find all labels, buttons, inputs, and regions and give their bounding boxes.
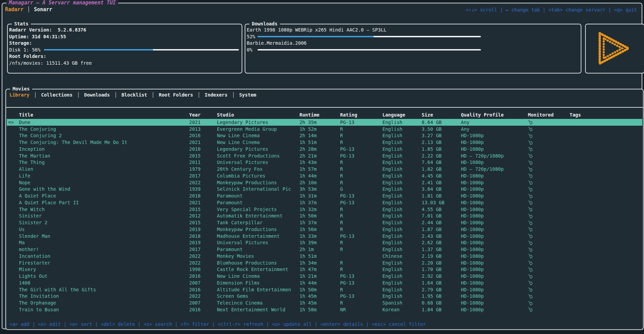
movies-tab-system[interactable]: System bbox=[239, 92, 257, 98]
table-row[interactable]: Lights Out2016New Line Cinema1h 21mPG-13… bbox=[7, 273, 642, 279]
movies-title: Movies bbox=[10, 86, 32, 92]
movies-tab-collections[interactable]: Collections bbox=[41, 92, 72, 98]
radarr-version-line: Radarr Version:5.2.6.8376 bbox=[8, 27, 242, 34]
cell-language: English bbox=[382, 133, 422, 138]
tab-separator: │ bbox=[197, 92, 200, 98]
cell-year: 2016 bbox=[189, 287, 217, 292]
cell-quality: HD-1080p bbox=[461, 253, 528, 259]
movies-tab-library[interactable]: Library bbox=[9, 92, 29, 98]
cell-runtime: 1h 37m bbox=[299, 200, 340, 205]
table-row[interactable]: The Witch2015Very Special Projects1h 32m… bbox=[7, 206, 642, 213]
table-row[interactable]: Incantation2022Monkey Movies1h 51mChines… bbox=[7, 253, 642, 259]
table-row[interactable]: The Conjuring 22016New Line Cinema2h 14m… bbox=[7, 132, 642, 139]
cell-language: English bbox=[382, 273, 422, 279]
cell-runtime: 1h 58m bbox=[299, 307, 340, 312]
cell-runtime: 1h 45m bbox=[299, 300, 340, 306]
cell-rating: R bbox=[340, 240, 382, 245]
cell-language: English bbox=[382, 140, 422, 145]
table-row[interactable]: Ma2019Universal Pictures1h 39mREnglish2.… bbox=[7, 239, 642, 246]
cell-runtime: 1h 39m bbox=[299, 240, 340, 245]
cell-monitored bbox=[528, 167, 570, 172]
cell-runtime: 1h 21m bbox=[299, 273, 340, 279]
table-row[interactable]: The Girl with All the Gifts2016Altitude … bbox=[7, 286, 642, 293]
movies-table[interactable]: =>Dune2021Legendary Pictures2h 35mPG-13E… bbox=[7, 119, 642, 313]
servarr-tab-sonarr[interactable]: Sonarr bbox=[34, 6, 52, 13]
monitored-tag-icon bbox=[528, 120, 533, 125]
movies-tab-indexers[interactable]: Indexers bbox=[205, 92, 227, 98]
table-row[interactable]: Alien197920th Century Fox1h 57mREnglish1… bbox=[7, 166, 642, 172]
monitored-tag-icon bbox=[528, 260, 533, 265]
table-row[interactable]: Us2019Monkeypaw Productions1h 56mREnglis… bbox=[7, 226, 642, 233]
managarr-play-logo-icon bbox=[595, 30, 635, 68]
cell-language: English bbox=[382, 166, 422, 172]
cell-monitored bbox=[528, 287, 570, 292]
table-row[interactable]: Firestarter2022Blumhouse Productions1h 3… bbox=[7, 259, 642, 266]
cell-size: 1.64 GB bbox=[422, 280, 461, 286]
cell-title: Life bbox=[19, 173, 189, 179]
cell-runtime: 3h 53m bbox=[299, 186, 340, 192]
cell-size: 2.13 GB bbox=[422, 140, 461, 145]
cell-language: English bbox=[382, 287, 422, 292]
row-selection-indicator: => bbox=[7, 120, 19, 125]
table-row[interactable]: =>Dune2021Legendary Pictures2h 35mPG-13E… bbox=[7, 119, 642, 126]
cell-quality: HD-1080p bbox=[461, 140, 528, 145]
table-row[interactable]: The Conjuring: The Devil Made Me Do It20… bbox=[7, 139, 642, 146]
movies-tab-downloads[interactable]: Downloads bbox=[84, 92, 110, 98]
cell-runtime: 1h 32m bbox=[299, 207, 340, 212]
table-row[interactable]: A Quiet Place Part II2021Paramount1h 37m… bbox=[7, 199, 642, 206]
table-row[interactable]: Nope2022Monkeypaw Productions2h 10mREngl… bbox=[7, 179, 642, 186]
table-row[interactable]: Inception2010Legendary Pictures2h 28mPG-… bbox=[7, 146, 642, 152]
cell-size: 1.82 GB bbox=[422, 166, 461, 172]
cell-language: English bbox=[382, 247, 422, 252]
cell-quality: HD-1080p bbox=[461, 267, 528, 272]
table-row[interactable]: Gone with the Wind1939Selznick Internati… bbox=[7, 186, 642, 193]
table-row[interactable]: Life2017Columbia Pictures1h 44mREnglish4… bbox=[7, 172, 642, 179]
table-row[interactable]: The Thing2011Universal Pictures1h 43mREn… bbox=[7, 159, 642, 166]
cell-studio: Paramount bbox=[217, 200, 299, 205]
monitored-tag-icon bbox=[528, 200, 533, 205]
table-row[interactable]: The Orphanage2007Telecinco Cinema1h 45mR… bbox=[7, 299, 642, 306]
cell-title: Misery bbox=[19, 267, 189, 272]
cell-language: English bbox=[382, 280, 422, 286]
monitored-tag-icon bbox=[528, 280, 533, 285]
cell-quality: HD-1080p bbox=[461, 146, 528, 152]
download-item-name: Barbie.Mermaidia.2006 bbox=[245, 40, 581, 47]
cell-studio: Legendary Pictures bbox=[217, 146, 299, 152]
tab-separator: │ bbox=[34, 92, 37, 98]
cell-studio: Legendary Pictures bbox=[217, 120, 299, 125]
cell-rating: PG-13 bbox=[340, 120, 382, 125]
cell-monitored bbox=[528, 300, 570, 306]
cell-language: English bbox=[382, 173, 422, 179]
monitored-tag-icon bbox=[528, 160, 533, 165]
cell-studio: Evergreen Media Group bbox=[217, 126, 299, 132]
table-row[interactable]: The Conjuring2013Evergreen Media Group1h… bbox=[7, 126, 642, 132]
cell-title: Nope bbox=[19, 180, 189, 185]
cell-size: 1.81 GB bbox=[422, 193, 461, 199]
cell-title: Gone with the Wind bbox=[19, 186, 189, 192]
cell-monitored bbox=[528, 146, 570, 151]
table-row[interactable]: Train to Busan2016Next Entertainment Wor… bbox=[7, 306, 642, 313]
cell-title: Sinister bbox=[19, 213, 189, 218]
cell-title: Firestarter bbox=[19, 260, 189, 266]
table-row[interactable]: Misery1990Castle Rock Entertainment1h 47… bbox=[7, 266, 642, 273]
table-row[interactable]: A Quiet Place2018Paramount1h 31mPG-13Eng… bbox=[7, 192, 642, 199]
cell-title: The Girl with All the Gifts bbox=[19, 287, 189, 292]
table-row[interactable]: mother!2017Paramount2h 1mREnglish1.37 GB… bbox=[7, 246, 642, 253]
uptime-line: Uptime:31d 04:31:55 bbox=[8, 34, 242, 40]
cell-rating: PG-13 bbox=[340, 280, 382, 286]
cell-monitored bbox=[528, 140, 570, 145]
table-row[interactable]: The Martian2015Scott Free Productions2h … bbox=[7, 152, 642, 159]
movies-tab-root-folders[interactable]: Root Folders bbox=[159, 92, 193, 98]
cell-language: English bbox=[382, 160, 422, 165]
monitored-tag-icon bbox=[528, 274, 533, 279]
table-row[interactable]: Slender Man2018Madhouse Entertainment1h … bbox=[7, 233, 642, 239]
table-row[interactable]: Sinister2012Automatik Entertainment1h 50… bbox=[7, 213, 642, 220]
cell-rating: R bbox=[340, 220, 382, 225]
table-row[interactable]: 14082007Dimension Films1h 44mPG-13Englis… bbox=[7, 279, 642, 286]
cell-quality: HD-1080p bbox=[461, 293, 528, 299]
table-row[interactable]: Sinister 22015Tank Caterpillar1h 37mREng… bbox=[7, 219, 642, 226]
servarr-tab-radarr[interactable]: Radarr bbox=[5, 6, 23, 13]
movies-tab-blocklist[interactable]: Blocklist bbox=[121, 92, 147, 98]
table-row[interactable]: The Invitation2022Screen Gems1h 45mPG-13… bbox=[7, 293, 642, 300]
cell-language: English bbox=[382, 186, 422, 192]
